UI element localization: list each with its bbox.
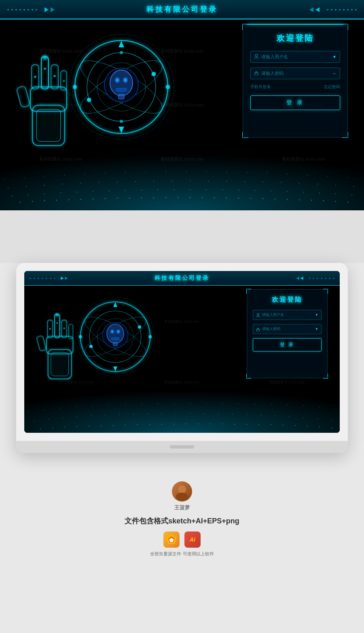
svg-point-210: [44, 409, 44, 410]
svg-marker-263: [113, 366, 118, 371]
svg-point-28: [347, 202, 348, 203]
svg-point-234: [50, 278, 51, 279]
svg-point-215: [125, 404, 125, 404]
svg-point-164: [64, 427, 65, 428]
laptop-password-placeholder: 请输入密码: [262, 326, 315, 332]
svg-marker-118: [309, 7, 313, 12]
links-row: 手机号登录 忘记密码: [250, 84, 340, 90]
bottom-section: 王菠萝 文件包含格式sketch+AI+EPS+png Ai 全部矢量源文件 可…: [0, 469, 364, 565]
svg-point-277: [117, 331, 119, 333]
svg-point-216: [141, 404, 142, 404]
svg-rect-279: [113, 342, 118, 346]
svg-point-30: [28, 195, 29, 195]
svg-point-280: [257, 313, 259, 315]
svg-point-220: [206, 403, 206, 403]
svg-point-238: [333, 278, 334, 279]
svg-point-109: [355, 9, 357, 11]
svg-point-178: [234, 424, 235, 425]
password-placeholder: 请输入密码: [261, 70, 332, 76]
svg-point-8: [105, 198, 106, 199]
svg-point-56: [99, 182, 99, 183]
login-button[interactable]: 登 录: [250, 95, 340, 110]
svg-marker-236: [61, 277, 64, 280]
password-input-row[interactable]: 请输入密码 ～: [250, 68, 340, 79]
svg-point-78: [145, 172, 146, 173]
svg-point-54: [62, 184, 63, 184]
laptop-username-placeholder: 请输入用户名: [262, 312, 315, 318]
svg-point-163: [52, 428, 53, 428]
svg-point-180: [258, 424, 259, 425]
svg-rect-160: [255, 73, 258, 75]
svg-point-79: [165, 171, 166, 172]
laptop-username-row[interactable]: 请输入用户名 ▼: [253, 310, 322, 320]
header-bar: 科技有限公司登录: [0, 0, 364, 19]
svg-marker-108: [51, 7, 55, 12]
svg-point-84: [267, 173, 267, 174]
svg-point-85: [287, 174, 288, 174]
svg-point-62: [208, 181, 209, 182]
svg-point-183: [295, 425, 296, 426]
svg-point-115: [331, 9, 332, 11]
forgot-password-link[interactable]: 忘记密码: [324, 84, 340, 90]
phone-login-link[interactable]: 手机号登录: [250, 84, 271, 90]
ai-icon-text: Ai: [190, 536, 195, 543]
svg-point-74: [64, 175, 65, 176]
svg-rect-248: [51, 352, 69, 376]
svg-point-50: [351, 195, 352, 195]
sketch-icon: [163, 531, 180, 548]
grey-spacer: [0, 210, 364, 263]
svg-point-63: [226, 181, 227, 182]
svg-point-44: [254, 190, 255, 191]
svg-point-204: [275, 415, 275, 416]
svg-rect-154: [119, 94, 124, 99]
svg-point-189: [62, 417, 63, 418]
svg-point-49: [335, 193, 336, 194]
svg-point-55: [80, 183, 81, 184]
svg-point-75: [85, 174, 85, 174]
svg-point-128: [44, 68, 46, 70]
laptop-password-dropdown: ▼: [315, 327, 318, 331]
svg-point-217: [157, 403, 158, 404]
svg-point-168: [113, 425, 114, 426]
svg-point-57: [117, 182, 118, 182]
svg-point-132: [43, 56, 47, 59]
svg-point-31: [44, 193, 45, 194]
svg-rect-124: [41, 57, 49, 89]
svg-point-130: [63, 80, 65, 82]
username-input-row[interactable]: 请输入用户名 ▼: [250, 51, 340, 63]
svg-rect-250: [36, 335, 47, 351]
svg-rect-281: [257, 329, 260, 331]
svg-point-195: [147, 413, 148, 414]
svg-point-201: [232, 414, 233, 415]
svg-point-82: [226, 172, 227, 173]
username-dropdown-icon: ▼: [332, 55, 336, 59]
svg-point-77: [125, 172, 126, 173]
svg-point-81: [206, 171, 207, 172]
svg-point-224: [271, 404, 271, 404]
svg-point-48: [319, 193, 320, 193]
svg-point-5: [68, 199, 69, 200]
svg-point-282: [178, 485, 186, 493]
svg-point-190: [76, 416, 77, 417]
laptop-password-row[interactable]: 请输入密码 ▼: [253, 324, 322, 334]
welcome-title: 欢迎登陆: [250, 33, 340, 44]
svg-point-186: [331, 428, 332, 428]
svg-point-34: [93, 191, 93, 192]
laptop-welcome-title: 欢迎登陆: [253, 296, 322, 304]
svg-point-243: [313, 278, 314, 279]
laptop-notch: [170, 445, 194, 449]
svg-point-173: [174, 424, 174, 425]
laptop-login-button[interactable]: 登 录: [253, 338, 322, 351]
svg-point-19: [238, 198, 239, 199]
svg-point-211: [60, 408, 61, 408]
svg-marker-117: [315, 7, 320, 12]
svg-point-192: [105, 415, 106, 415]
svg-point-223: [254, 404, 255, 404]
svg-point-87: [327, 176, 328, 177]
svg-marker-262: [113, 302, 118, 307]
svg-point-61: [190, 180, 190, 181]
svg-point-14: [178, 197, 178, 198]
svg-point-202: [246, 414, 247, 415]
svg-point-171: [149, 424, 150, 425]
svg-point-270: [138, 326, 141, 329]
